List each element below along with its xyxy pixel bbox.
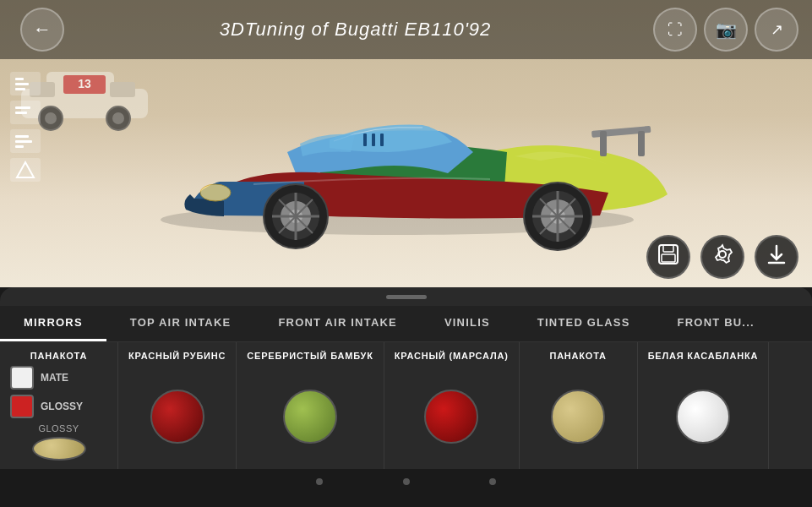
color-label-1: ПАНАКОТА bbox=[10, 351, 107, 361]
header-bar: ← 3DTuning of Bugatti EB110'92 ⛶ 📷 ↗ bbox=[0, 0, 812, 59]
handle-bar bbox=[386, 295, 427, 299]
svg-rect-4 bbox=[15, 112, 27, 114]
color-label-3: СЕРЕБРИСТЫЙ БАМБУК bbox=[247, 351, 373, 361]
fullscreen-button[interactable]: ⛶ bbox=[653, 8, 697, 52]
toolbar-icon-2[interactable] bbox=[10, 101, 41, 124]
header-right: ⛶ 📷 ↗ bbox=[646, 8, 798, 52]
tab-top-air-intake[interactable]: TOP AIR INTAKE bbox=[106, 306, 255, 341]
svg-point-16 bbox=[45, 112, 57, 124]
color-column-marsala: КРАСНЫЙ (МАРСАЛА) bbox=[384, 342, 520, 469]
svg-rect-0 bbox=[15, 78, 24, 80]
back-button[interactable]: ← bbox=[20, 8, 64, 52]
color-label-2: КРАСНЫЙ РУБИНС bbox=[128, 351, 226, 361]
mate-label: MATE bbox=[41, 372, 68, 384]
save-icon bbox=[657, 243, 679, 270]
tab-mirrors[interactable]: MIRRORS bbox=[0, 306, 106, 341]
parts-tabs: MIRRORS TOP AIR INTAKE FRONT AIR INTAKE … bbox=[0, 306, 812, 342]
glossy-finish-row[interactable]: GLOSSY bbox=[10, 395, 107, 418]
panel-handle[interactable] bbox=[0, 287, 812, 306]
mate-swatch[interactable] bbox=[10, 366, 34, 390]
bottom-toolbar bbox=[646, 235, 798, 279]
svg-marker-8 bbox=[17, 162, 34, 177]
tab-vinilis[interactable]: VINILIS bbox=[421, 306, 514, 341]
color-label-6: БЕЛАЯ КАСАБЛАНКА bbox=[648, 351, 759, 361]
share-button[interactable]: ↗ bbox=[755, 8, 798, 52]
color-column-bamboo: СЕРЕБРИСТЫЙ БАМБУК bbox=[237, 342, 384, 469]
car-viewer: ← 3DTuning of Bugatti EB110'92 ⛶ 📷 ↗ bbox=[0, 0, 812, 287]
svg-rect-45 bbox=[662, 254, 675, 262]
page-dot-3[interactable] bbox=[489, 478, 496, 485]
mate-finish-row[interactable]: MATE bbox=[10, 366, 107, 390]
main-car bbox=[84, 51, 718, 270]
settings-button[interactable] bbox=[700, 235, 744, 279]
color-swatch-4[interactable] bbox=[424, 390, 478, 444]
camera-icon: 📷 bbox=[716, 19, 737, 40]
color-swatch-5[interactable] bbox=[551, 390, 605, 444]
svg-point-46 bbox=[719, 251, 726, 258]
tab-front-bu[interactable]: FRONT BU... bbox=[654, 306, 778, 341]
toolbar-icon-4[interactable] bbox=[10, 158, 41, 182]
tab-front-air-intake[interactable]: FRONT AIR INTAKE bbox=[254, 306, 421, 341]
glossy-swatch[interactable] bbox=[10, 395, 34, 418]
svg-rect-3 bbox=[15, 106, 30, 109]
header-left: ← bbox=[14, 8, 64, 52]
color-column-casablanca: БЕЛАЯ КАСАБЛАНКА bbox=[638, 342, 770, 469]
bottom-dots bbox=[0, 469, 812, 494]
toolbar-icon-3[interactable] bbox=[10, 129, 41, 153]
color-swatch-1[interactable] bbox=[32, 437, 86, 461]
color-options: ПАНАКОТА MATE GLOSSY GLOSSY КРАСНЫЙ РУБИ… bbox=[0, 342, 812, 469]
share-icon: ↗ bbox=[771, 20, 783, 39]
color-label-5: ПАНАКОТА bbox=[530, 351, 627, 361]
color-swatch-2[interactable] bbox=[150, 390, 204, 444]
svg-rect-40 bbox=[372, 134, 375, 146]
svg-rect-1 bbox=[15, 83, 29, 85]
svg-rect-39 bbox=[363, 134, 367, 146]
color-label-4: КРАСНЫЙ (МАРСАЛА) bbox=[395, 351, 509, 361]
download-icon bbox=[766, 243, 787, 270]
svg-rect-6 bbox=[15, 140, 32, 143]
back-icon: ← bbox=[33, 19, 52, 41]
fullscreen-icon: ⛶ bbox=[668, 21, 683, 39]
app-title: 3DTuning of Bugatti EB110'92 bbox=[64, 19, 646, 41]
tab-tinted-glass[interactable]: TINTED GLASS bbox=[514, 306, 654, 341]
svg-rect-5 bbox=[15, 135, 29, 138]
svg-rect-22 bbox=[638, 131, 645, 156]
svg-rect-41 bbox=[380, 134, 384, 146]
svg-point-42 bbox=[200, 184, 231, 201]
download-button[interactable] bbox=[755, 235, 798, 279]
page-dot-1[interactable] bbox=[316, 478, 323, 485]
color-column-ruby: КРАСНЫЙ РУБИНС bbox=[118, 342, 237, 469]
color-sub-label-1: GLOSSY bbox=[10, 423, 107, 433]
page-dot-2[interactable] bbox=[403, 478, 410, 485]
camera-button[interactable]: 📷 bbox=[704, 8, 748, 52]
color-column-panakota2: ПАНАКОТА bbox=[520, 342, 638, 469]
left-toolbar bbox=[10, 72, 41, 182]
svg-rect-2 bbox=[15, 88, 25, 90]
toolbar-icon-1[interactable] bbox=[10, 72, 41, 95]
save-button[interactable] bbox=[646, 235, 690, 279]
svg-rect-44 bbox=[663, 245, 673, 252]
color-column-panakota-finishes: ПАНАКОТА MATE GLOSSY GLOSSY bbox=[0, 342, 118, 469]
settings-icon bbox=[711, 243, 733, 270]
color-swatch-3[interactable] bbox=[283, 390, 337, 444]
color-swatch-6[interactable] bbox=[676, 390, 730, 444]
svg-rect-7 bbox=[15, 145, 24, 148]
svg-rect-21 bbox=[600, 131, 607, 156]
glossy-label: GLOSSY bbox=[41, 401, 83, 412]
